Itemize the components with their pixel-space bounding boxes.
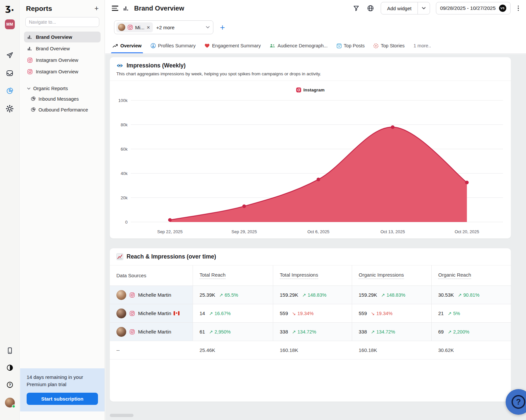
- sidebar-item-label: Brand Overview: [36, 35, 72, 40]
- workspace-badge[interactable]: MM: [5, 19, 15, 29]
- reach-card-title: Reach & Impressions (over time): [127, 253, 216, 260]
- tab-overview[interactable]: Overview: [112, 38, 142, 53]
- organic-reports-group[interactable]: Organic Reports: [20, 84, 105, 93]
- trial-message: 14 days remaining in your Premium plan t…: [27, 374, 92, 388]
- tab-engagement-summary[interactable]: Engagement Summary: [204, 38, 261, 53]
- column-header-total-reach: Total Reach: [193, 265, 273, 285]
- metric-cell: 338↗134.72%: [273, 323, 352, 341]
- svg-text:100k: 100k: [118, 98, 128, 103]
- sidebar-item-instagram-overview[interactable]: Instagram Overview: [24, 66, 101, 77]
- instagram-icon: [128, 25, 133, 30]
- reports-icon[interactable]: [6, 86, 14, 95]
- pie-chart-icon: [31, 107, 36, 112]
- metric-delta: ↗134.72%: [292, 329, 316, 334]
- sortable-column-label[interactable]: Organic Impressions: [359, 272, 404, 279]
- tab-top-stories[interactable]: Top Stories: [373, 38, 405, 53]
- bar-chart-icon: [27, 35, 33, 39]
- svg-text:Oct 6, 2025: Oct 6, 2025: [307, 229, 329, 234]
- sidebar-item-brand-overview[interactable]: Brand Overview: [24, 32, 101, 42]
- metric-delta: ↘19.34%: [292, 311, 314, 316]
- tab-top-posts[interactable]: Top Posts: [337, 38, 365, 53]
- profile-chip-label: Mi...: [135, 25, 144, 30]
- sortable-column-label[interactable]: Organic Reach: [438, 272, 471, 279]
- profile-select-caret-icon[interactable]: [206, 26, 210, 29]
- mobile-app-icon[interactable]: [6, 346, 14, 355]
- trend-down-arrow-icon: ↘: [292, 311, 296, 316]
- trend-up-arrow-icon: ↗: [448, 311, 452, 316]
- sortable-column-label[interactable]: Total Reach: [200, 272, 226, 279]
- profile-avatar: [118, 24, 125, 31]
- sidebar-item-outbound-performance[interactable]: Outbound Performance: [20, 104, 105, 115]
- tab-label: Overview: [120, 43, 142, 48]
- metric-value: 338: [280, 329, 288, 334]
- tab-audience-demograph-[interactable]: Audience Demograph...: [270, 38, 327, 53]
- sidebar-item-instagram-overview[interactable]: Instagram Overview: [24, 55, 101, 65]
- total-cell: 160.18K: [352, 341, 431, 359]
- publish-icon[interactable]: [6, 51, 14, 60]
- metric-value: 61: [200, 329, 205, 334]
- metric-value: 159.29K: [359, 292, 377, 298]
- navigate-input[interactable]: [25, 17, 99, 27]
- table-body: Michelle Martin25.39K↗65.5%159.29K↗148.8…: [110, 286, 511, 341]
- chevron-down-icon: [27, 87, 31, 90]
- svg-text:0: 0: [125, 220, 128, 225]
- metric-delta: ↗134.72%: [371, 329, 395, 334]
- eye-icon: [116, 62, 123, 69]
- chart-legend[interactable]: Instagram: [112, 87, 508, 92]
- theme-contrast-icon[interactable]: [6, 363, 14, 372]
- add-report-button[interactable]: +: [94, 5, 99, 12]
- impressions-card-title: Impressions (Weekly): [127, 62, 186, 69]
- add-widget-button[interactable]: Add widget: [381, 2, 417, 14]
- tabs-more-label[interactable]: 1 more..: [414, 38, 431, 53]
- add-widget-dropdown[interactable]: [418, 2, 430, 14]
- avatar: [116, 309, 126, 318]
- trend-up-icon: [112, 44, 118, 48]
- remove-profile-icon[interactable]: ×: [147, 25, 150, 30]
- tab-label: Top Stories: [381, 43, 405, 48]
- svg-text:Sep 29, 2025: Sep 29, 2025: [231, 229, 257, 234]
- metric-value: 159.29K: [280, 292, 298, 298]
- profile-select[interactable]: Mi... × +2 more: [114, 20, 213, 34]
- svg-text:40k: 40k: [121, 171, 128, 176]
- date-range-picker[interactable]: 09/28/2025 - 10/27/2025 VS: [436, 2, 511, 14]
- metric-cell: 69↗2,200%: [431, 323, 511, 341]
- data-source-cell[interactable]: Michelle Martin: [110, 304, 193, 322]
- instagram-icon: [27, 58, 33, 63]
- tab-profiles-summary[interactable]: Profiles Summary: [151, 38, 196, 53]
- tab-label: Engagement Summary: [212, 43, 261, 48]
- metric-cell: 61↗2,950%: [193, 323, 273, 341]
- metric-cell: 25.39K↗65.5%: [193, 286, 273, 304]
- filter-icon[interactable]: [352, 4, 360, 12]
- metric-cell: 338↗134.72%: [352, 323, 431, 341]
- add-widget-split-button: Add widget: [381, 2, 430, 14]
- globe-icon[interactable]: [366, 4, 375, 12]
- metric-delta: ↗5%: [448, 311, 460, 316]
- menu-hamburger-icon[interactable]: [112, 6, 118, 11]
- sortable-column-label[interactable]: Total Impressions: [280, 272, 318, 279]
- data-source-cell[interactable]: Michelle Martin: [110, 286, 193, 304]
- metric-cell: 159.29K↗148.83%: [273, 286, 352, 304]
- horizontal-scrollbar[interactable]: [110, 414, 511, 417]
- sidebar-item-brand-overview[interactable]: Brand Overview: [24, 43, 101, 54]
- help-icon[interactable]: ?: [6, 381, 14, 389]
- impressions-chart: 020k40k60k80k100kSep 22, 2025Sep 29, 202…: [112, 92, 508, 238]
- trend-up-arrow-icon: ↗: [209, 329, 213, 334]
- svg-text:Sep 22, 2025: Sep 22, 2025: [157, 229, 182, 234]
- scrollbar-thumb[interactable]: [110, 414, 133, 417]
- more-options-kebab-icon[interactable]: [516, 4, 520, 12]
- reports-sidebar: Reports + Brand OverviewBrand OverviewIn…: [20, 0, 105, 420]
- metric-cell: 159.29K↗148.83%: [352, 286, 431, 304]
- metric-value: 30.53K: [438, 292, 454, 298]
- start-subscription-button[interactable]: Start subscription: [27, 393, 98, 405]
- profile-name: Michelle Martin: [138, 310, 171, 316]
- inbox-icon[interactable]: [6, 69, 14, 77]
- add-profile-button[interactable]: +: [220, 23, 225, 32]
- settings-gear-icon[interactable]: [6, 104, 14, 113]
- audience-icon: [270, 44, 275, 48]
- user-avatar[interactable]: [5, 398, 15, 408]
- data-source-cell[interactable]: Michelle Martin: [110, 323, 193, 341]
- impressions-card-description: This chart aggregates impressions by wee…: [116, 71, 504, 76]
- metric-value: 69: [438, 329, 444, 334]
- sidebar-item-inbound-messages[interactable]: Inbound Messages: [20, 93, 105, 104]
- trend-up-arrow-icon: ↗: [458, 292, 462, 298]
